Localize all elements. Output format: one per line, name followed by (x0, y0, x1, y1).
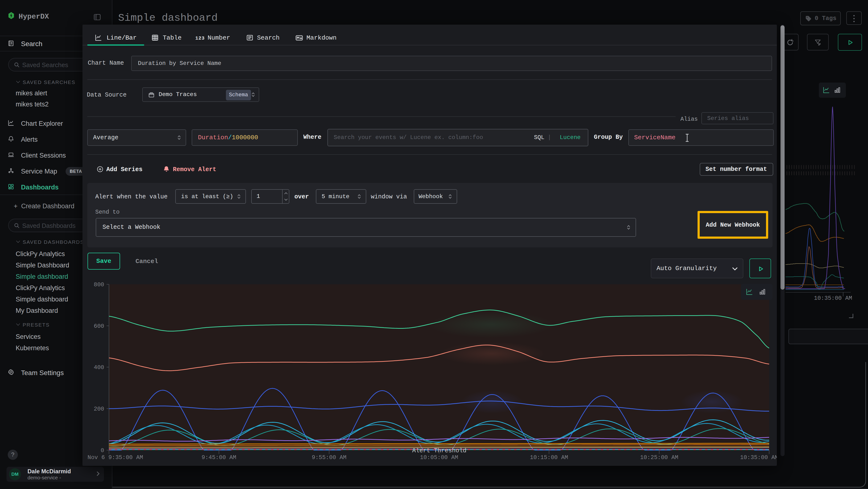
svg-text:0: 0 (101, 447, 104, 454)
svg-text:400: 400 (94, 364, 104, 371)
svg-text:200: 200 (94, 406, 104, 412)
svg-text:10:25:00 AM: 10:25:00 AM (640, 454, 678, 461)
svg-text:800: 800 (94, 282, 104, 288)
svg-text:10:05:00 AM: 10:05:00 AM (420, 454, 458, 461)
svg-text:9:55:00 AM: 9:55:00 AM (312, 454, 346, 461)
svg-text:Alert Threshold: Alert Threshold (412, 447, 466, 454)
svg-text:10:35:00 AM: 10:35:00 AM (740, 454, 777, 461)
svg-text:10:15:00 AM: 10:15:00 AM (530, 454, 568, 461)
svg-text:Nov 6 9:35:00 AM: Nov 6 9:35:00 AM (88, 454, 143, 461)
svg-text:9:45:00 AM: 9:45:00 AM (202, 454, 236, 461)
svg-text:600: 600 (94, 323, 104, 329)
svg-text:10:35:00 AM: 10:35:00 AM (814, 295, 852, 301)
